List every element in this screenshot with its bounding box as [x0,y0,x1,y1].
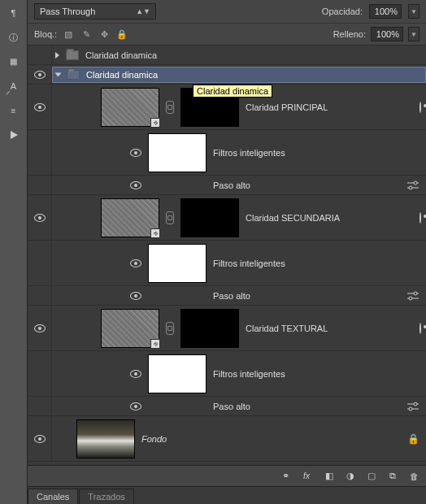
filter-visibility-icon[interactable] [419,324,421,333]
tool-play-icon[interactable] [4,125,24,145]
eye-icon[interactable] [130,370,141,378]
folder-icon [66,50,79,60]
link-layers-icon[interactable]: ⚭ [278,469,293,484]
svg-point-4 [409,186,412,189]
filter-options-icon[interactable] [406,291,419,301]
filter-mask-thumbnail[interactable] [148,244,206,283]
lock-transparency-icon[interactable]: ▧ [62,28,75,41]
eye-icon[interactable] [130,149,141,157]
fill-dropdown[interactable]: ▼ [408,27,419,41]
adjustment-layer-icon[interactable]: ◑ [343,469,358,484]
filter-row[interactable]: Paso alto [28,286,426,306]
layer-row[interactable]: ⎆ Claridad TEXTURAL [28,306,426,351]
smart-filters-row[interactable]: Filtros inteligentes [28,351,426,397]
disclosure-triangle-icon[interactable] [55,72,62,76]
mask-link-icon[interactable] [166,101,174,114]
layer-group-open[interactable]: Claridad dinamica [28,65,426,85]
visibility-column [28,286,52,305]
visibility-toggle[interactable] [28,46,52,64]
smart-filters-label: Filtros inteligentes [213,148,285,158]
lock-label: Bloq.: [34,29,57,39]
layers-panel: Pass Through ▲▼ Opacidad: 100% ▼ Bloq.: … [28,0,426,504]
tool-info-icon[interactable]: ⓘ [4,28,24,47]
mask-link-icon[interactable] [166,211,174,224]
opacity-dropdown[interactable]: ▼ [408,4,419,19]
blend-mode-select[interactable]: Pass Through ▲▼ [34,3,156,20]
filter-name[interactable]: Paso alto [213,402,250,411]
background-layer-row[interactable]: Fondo 🔒 [28,416,426,462]
new-group-icon[interactable]: ▢ [364,469,379,484]
filter-visibility-icon[interactable] [419,102,421,112]
filter-row[interactable]: Paso alto [28,397,426,416]
fill-input[interactable]: 100% [371,27,403,41]
svg-point-12 [409,407,412,411]
visibility-toggle[interactable] [28,416,52,461]
mask-link-icon[interactable] [166,322,174,335]
group-name: Claridad dinamica [86,70,158,80]
eye-icon[interactable] [130,292,141,300]
smart-object-badge-icon: ⎆ [150,118,160,128]
eye-icon [34,214,46,222]
visibility-toggle[interactable] [28,85,52,129]
filter-mask-thumbnail[interactable] [148,354,206,393]
layer-row[interactable]: ⎆ Claridad dinamica Claridad PRINCIPAL [28,85,426,130]
eye-icon [34,103,46,111]
filter-options-icon[interactable] [406,180,419,190]
eye-icon [34,435,46,443]
eye-icon[interactable] [130,259,141,267]
eye-icon[interactable] [130,402,141,411]
layer-name[interactable]: Fondo [141,434,167,444]
lock-position-icon[interactable]: ✥ [98,28,111,41]
smart-filters-row[interactable]: Filtros inteligentes [28,241,426,286]
visibility-toggle[interactable] [28,65,52,84]
eye-icon[interactable] [130,181,141,189]
tab-canales[interactable]: Canales [28,489,78,504]
layer-mask-thumbnail[interactable] [180,309,239,348]
opacity-label: Opacidad: [322,7,363,16]
visibility-toggle[interactable] [28,195,52,240]
add-mask-icon[interactable]: ◧ [322,469,337,484]
opacity-input[interactable]: 100% [369,4,402,19]
visibility-column [28,397,52,415]
visibility-toggle[interactable] [28,306,52,350]
tool-swatches-icon[interactable]: ▦ [4,52,24,72]
lock-icon[interactable]: 🔒 [407,433,419,445]
smart-object-badge-icon: ⎆ [150,228,160,238]
filter-options-icon[interactable] [406,402,419,411]
blend-mode-value: Pass Through [40,7,95,16]
svg-point-6 [414,292,417,295]
lock-image-icon[interactable]: ✎ [80,28,93,41]
visibility-column [28,176,52,194]
filter-name[interactable]: Paso alto [213,180,250,190]
blend-opacity-bar: Pass Through ▲▼ Opacidad: 100% ▼ [28,0,426,24]
tool-paragraph-icon[interactable]: ¶ [4,3,24,23]
tool-type-icon[interactable]: A⸝ [4,76,24,96]
disclosure-triangle-icon[interactable] [55,52,59,59]
eye-icon [34,324,46,332]
visibility-column [28,351,52,396]
smart-filters-label: Filtros inteligentes [213,259,285,268]
svg-marker-0 [11,131,18,139]
tab-trazados[interactable]: Trazados [79,489,133,504]
lock-all-icon[interactable]: 🔒 [115,28,128,41]
filter-visibility-icon[interactable] [419,213,421,223]
layer-mask-thumbnail[interactable] [180,198,239,237]
delete-layer-icon[interactable]: 🗑 [406,469,421,484]
svg-point-10 [414,402,417,406]
filter-name[interactable]: Paso alto [213,291,250,301]
layer-name[interactable]: Claridad SECUNDARIA [246,213,340,223]
smart-object-badge-icon: ⎆ [150,339,160,349]
layer-thumbnail[interactable] [76,419,135,458]
filter-row[interactable]: Paso alto [28,176,426,195]
new-layer-icon[interactable]: ⧉ [385,469,400,484]
layer-group-collapsed[interactable]: Claridad dinamica [28,46,426,65]
smart-filters-row[interactable]: Filtros inteligentes [28,130,426,176]
tool-separator-icon: ≡ [4,101,24,120]
layer-style-button[interactable]: fx [299,469,314,484]
folder-icon [67,70,80,80]
layer-row[interactable]: ⎆ Claridad SECUNDARIA [28,195,426,241]
svg-point-2 [414,181,417,185]
layer-name[interactable]: Claridad TEXTURAL [246,324,328,333]
layer-name[interactable]: Claridad PRINCIPAL [246,102,328,112]
filter-mask-thumbnail[interactable] [148,133,206,172]
